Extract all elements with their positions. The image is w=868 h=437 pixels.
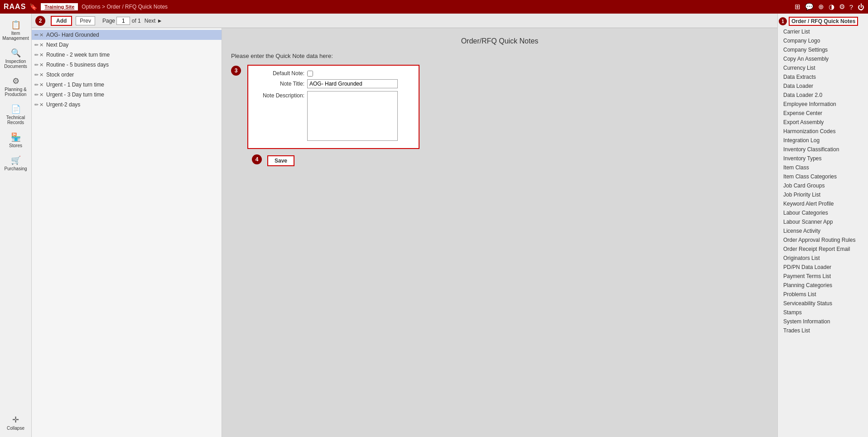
planning-icon: ⚙ (12, 76, 19, 86)
breadcrumb: Options > Order / RFQ Quick Notes (82, 4, 168, 10)
chat-icon[interactable]: 💬 (805, 3, 814, 11)
menu-item-job-priority-list[interactable]: Job Priority List (778, 190, 868, 199)
menu-item-labour-scanner[interactable]: Labour Scanner App (778, 217, 868, 226)
menu-item-pdpn-loader[interactable]: PD/PN Data Loader (778, 263, 868, 272)
item-text: Stock order (46, 72, 74, 78)
item-icons: ✏ ✕ (34, 52, 43, 58)
page-input[interactable] (116, 17, 130, 25)
list-item[interactable]: ✏ ✕ Routine - 2 week turn time (32, 50, 222, 60)
grid-icon[interactable]: ⊞ (795, 3, 800, 11)
sidebar-item-purchasing[interactable]: 🛒 Purchasing (0, 153, 31, 174)
menu-item-copy-assembly[interactable]: Copy An Assembly (778, 54, 868, 63)
menu-item-item-class-categories[interactable]: Item Class Categories (778, 172, 868, 181)
sidebar-item-collapse[interactable]: ✛ Collapse (0, 412, 31, 433)
sidebar-label-inspection: Inspection Documents (2, 59, 29, 69)
edit-icon: ✏ (34, 72, 39, 78)
item-text: Routine - 2 week turn time (46, 52, 110, 58)
sidebar-item-item-management[interactable]: 📋 Item Management (0, 17, 31, 43)
menu-item-carrier-list[interactable]: Carrier List (778, 27, 868, 36)
step4-badge: 4 (252, 154, 262, 164)
list-item[interactable]: ✏ ✕ Urgent-2 days (32, 100, 222, 110)
default-note-checkbox[interactable] (307, 71, 313, 77)
menu-item-order-rfq-quick-notes[interactable]: Order / RFQ Quick Notes (789, 17, 858, 26)
add-button[interactable]: Add (51, 16, 72, 26)
item-icons: ✏ ✕ (34, 42, 43, 48)
settings-icon[interactable]: ⚙ (839, 3, 845, 11)
menu-item-currency-list[interactable]: Currency List (778, 63, 868, 72)
note-description-textarea[interactable] (307, 91, 398, 141)
delete-icon: ✕ (39, 52, 43, 58)
next-button[interactable]: Next ► (145, 18, 163, 24)
logo: RAAS (4, 3, 26, 11)
form-box: Default Note: Note Title: Note Descripti… (247, 65, 420, 149)
menu-item-labour-categories[interactable]: Labour Categories (778, 208, 868, 217)
edit-icon: ✏ (34, 52, 39, 58)
menu-item-order-receipt[interactable]: Order Receipt Report Email (778, 245, 868, 254)
menu-item-order-approval[interactable]: Order Approval Routing Rules (778, 235, 868, 245)
list-item[interactable]: ✏ ✕ Urgent - 3 Day turn time (32, 90, 222, 100)
right-sidebar-menu: 1 Order / RFQ Quick Notes Carrier List C… (777, 14, 868, 437)
help-icon[interactable]: ? (849, 3, 853, 11)
menu-item-keyword-alert[interactable]: Keyword Alert Profile (778, 199, 868, 208)
menu-item-license-activity[interactable]: License Activity (778, 226, 868, 235)
sidebar-item-planning-production[interactable]: ⚙ Planning & Production (0, 73, 31, 100)
sidebar-item-stores[interactable]: 🏪 Stores (0, 130, 31, 151)
item-management-icon: 📋 (11, 20, 21, 30)
save-button[interactable]: Save (267, 155, 294, 166)
item-text: AOG- Hard Grounded (46, 32, 99, 38)
menu-item-company-settings[interactable]: Company Settings (778, 45, 868, 54)
default-note-label: Default Note: (255, 70, 304, 77)
purchasing-icon: 🛒 (11, 155, 21, 165)
note-desc-row: Note Description: (255, 91, 412, 141)
menu-item-integration-log[interactable]: Integration Log (778, 136, 868, 145)
menu-item-payment-terms[interactable]: Payment Terms List (778, 272, 868, 281)
menu-item-stamps[interactable]: Stamps (778, 308, 868, 317)
delete-icon: ✕ (39, 92, 43, 98)
prev-button[interactable]: Prev (76, 16, 95, 25)
sidebar-item-technical-records[interactable]: 📄 Technical Records (0, 101, 31, 128)
menu-item-data-extracts[interactable]: Data Extracts (778, 72, 868, 82)
menu-item-job-card-groups[interactable]: Job Card Groups (778, 181, 868, 190)
left-sidebar: 📋 Item Management 🔍 Inspection Documents… (0, 14, 32, 437)
note-title-input[interactable] (307, 79, 398, 88)
menu-item-originators-list[interactable]: Originators List (778, 254, 868, 263)
item-icons: ✏ ✕ (34, 62, 43, 68)
sidebar-item-inspection-documents[interactable]: 🔍 Inspection Documents (0, 45, 31, 72)
step1-badge: 1 (779, 17, 787, 25)
split-content: ✏ ✕ AOG- Hard Grounded ✏ ✕ Next Day ✏ ✕ (32, 28, 777, 437)
menu-item-inventory-classification[interactable]: Inventory Classification (778, 145, 868, 154)
item-text: Next Day (46, 42, 68, 48)
list-item[interactable]: ✏ ✕ Urgent - 1 Day turn time (32, 80, 222, 90)
menu-item-trades-list[interactable]: Trades List (778, 326, 868, 335)
stores-icon: 🏪 (11, 132, 21, 142)
menu-item-item-class[interactable]: Item Class (778, 163, 868, 172)
plus-icon[interactable]: ⊕ (818, 3, 824, 11)
training-site-button[interactable]: Training Site (41, 3, 78, 10)
menu-item-planning-categories[interactable]: Planning Categories (778, 281, 868, 290)
power-icon[interactable]: ⏻ (858, 3, 864, 11)
main-layout: 📋 Item Management 🔍 Inspection Documents… (0, 14, 868, 437)
menu-item-data-loader-2[interactable]: Data Loader 2.0 (778, 91, 868, 100)
list-item[interactable]: ✏ ✕ AOG- Hard Grounded (32, 30, 222, 40)
menu-item-expense-center[interactable]: Expense Center (778, 109, 868, 118)
edit-icon: ✏ (34, 82, 39, 88)
page-info: Page of 1 (102, 17, 141, 25)
default-note-row: Default Note: (255, 70, 412, 77)
menu-item-data-loader[interactable]: Data Loader (778, 82, 868, 91)
list-item[interactable]: ✏ ✕ Next Day (32, 40, 222, 50)
menu-item-company-logo[interactable]: Company Logo (778, 36, 868, 45)
item-icons: ✏ ✕ (34, 102, 43, 108)
delete-icon: ✕ (39, 42, 43, 48)
menu-item-employee-info[interactable]: Employee Information (778, 100, 868, 109)
list-item[interactable]: ✏ ✕ Routine - 5 business days (32, 60, 222, 70)
menu-item-export-assembly[interactable]: Export Assembly (778, 118, 868, 127)
menu-item-inventory-types[interactable]: Inventory Types (778, 154, 868, 163)
menu-item-system-info[interactable]: System Information (778, 317, 868, 326)
menu-item-problems-list[interactable]: Problems List (778, 290, 868, 299)
step3-badge: 3 (231, 66, 241, 76)
menu-item-serviceability[interactable]: Serviceability Status (778, 299, 868, 308)
menu-item-harmonization-codes[interactable]: Harmonization Codes (778, 127, 868, 136)
pie-icon[interactable]: ◑ (829, 3, 834, 11)
item-icons: ✏ ✕ (34, 92, 43, 98)
list-item[interactable]: ✏ ✕ Stock order (32, 70, 222, 80)
